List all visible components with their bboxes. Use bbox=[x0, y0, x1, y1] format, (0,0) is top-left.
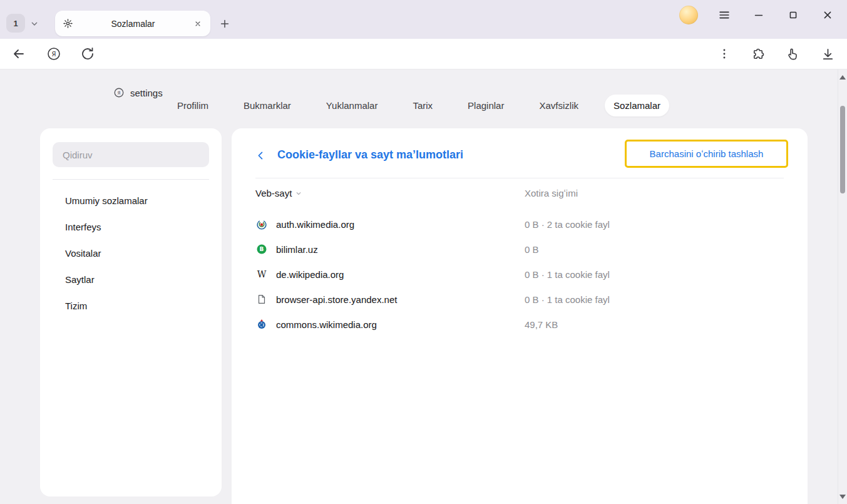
delete-all-label: Barchasini oʻchirib tashlash bbox=[650, 148, 764, 159]
column-storage: Xotira sigʻimi bbox=[525, 188, 578, 198]
column-site-label: Veb-sayt bbox=[255, 188, 292, 198]
nav-tab-profilim[interactable]: Profilim bbox=[168, 95, 217, 116]
gear-icon bbox=[63, 18, 73, 29]
sidebar-item[interactable]: Saytlar bbox=[40, 267, 222, 293]
site-name: bilimlar.uz bbox=[276, 244, 318, 255]
scroll-up-icon[interactable] bbox=[839, 75, 846, 80]
window-chrome: 1 Sozlamalar bbox=[0, 0, 847, 39]
site-row[interactable]: commons.wikimedia.org49,7 KB bbox=[255, 312, 784, 337]
tab-list-chevron-icon[interactable] bbox=[29, 19, 39, 29]
reload-icon[interactable] bbox=[80, 46, 96, 62]
profile-avatar[interactable] bbox=[679, 6, 698, 24]
navigation-toolbar: Я Я settings Sozlamalar bbox=[0, 39, 847, 69]
site-storage: 0 B · 1 ta cookie fayl bbox=[525, 269, 610, 280]
site-row[interactable]: Bbilimlar.uz0 B bbox=[255, 237, 784, 262]
kebab-menu-icon[interactable] bbox=[716, 46, 732, 62]
settings-sidebar: Umumiy sozlamalarInterfeysVositalarSaytl… bbox=[40, 128, 222, 496]
sidebar-item[interactable]: Vositalar bbox=[40, 240, 222, 267]
yandex-logo-icon[interactable]: Я bbox=[46, 46, 62, 62]
settings-page: ProfilimBukmarklarYuklanmalarTarixPlagin… bbox=[0, 69, 847, 504]
tab-close-icon[interactable] bbox=[193, 19, 203, 29]
commons-favicon-icon bbox=[255, 318, 268, 331]
site-row[interactable]: auth.wikimedia.org0 B · 2 ta cookie fayl bbox=[255, 212, 784, 237]
maximize-icon[interactable] bbox=[785, 7, 801, 23]
site-name: commons.wikimedia.org bbox=[276, 319, 377, 330]
address-favicon-icon: Я bbox=[113, 87, 125, 98]
extensions-puzzle-icon[interactable] bbox=[750, 46, 766, 62]
wikimedia-favicon-icon bbox=[255, 218, 268, 230]
site-storage: 0 B · 2 ta cookie fayl bbox=[525, 219, 610, 230]
svg-text:Я: Я bbox=[52, 51, 56, 58]
tab-title: Sozlamalar bbox=[73, 19, 193, 29]
panel-divider bbox=[255, 178, 784, 178]
cookies-panel: Cookie-fayllar va sayt ma’lumotlari Barc… bbox=[232, 128, 808, 504]
panel-title: Cookie-fayllar va sayt ma’lumotlari bbox=[277, 148, 463, 162]
minimize-icon[interactable] bbox=[751, 7, 767, 23]
document-favicon-icon bbox=[255, 293, 268, 306]
menu-icon[interactable] bbox=[716, 7, 732, 23]
site-list: auth.wikimedia.org0 B · 2 ta cookie fayl… bbox=[255, 212, 784, 337]
sidebar-item[interactable]: Tizim bbox=[40, 293, 222, 319]
nav-tab-tarix[interactable]: Tarix bbox=[404, 95, 441, 116]
new-tab-button[interactable] bbox=[217, 16, 233, 32]
tab-counter[interactable]: 1 bbox=[6, 14, 25, 33]
bilimlar-favicon-icon: B bbox=[255, 243, 268, 255]
site-storage: 0 B bbox=[525, 244, 539, 255]
site-storage: 0 B · 1 ta cookie fayl bbox=[525, 294, 610, 305]
address-value[interactable]: settings bbox=[130, 88, 163, 98]
settings-search-input[interactable] bbox=[53, 142, 209, 167]
site-row[interactable]: Wde.wikipedia.org0 B · 1 ta cookie fayl bbox=[255, 262, 784, 287]
window-close-icon[interactable] bbox=[819, 7, 836, 23]
sidebar-menu: Umumiy sozlamalarInterfeysVositalarSaytl… bbox=[40, 188, 222, 319]
scroll-down-icon[interactable] bbox=[839, 495, 846, 499]
scrollbar-thumb[interactable] bbox=[840, 106, 845, 193]
site-name: auth.wikimedia.org bbox=[276, 219, 354, 230]
site-name: browser-api.store.yandex.net bbox=[276, 294, 397, 305]
panel-back-icon[interactable] bbox=[254, 149, 267, 162]
svg-text:W: W bbox=[257, 269, 267, 279]
sidebar-item[interactable]: Interfeys bbox=[40, 214, 222, 240]
site-storage: 49,7 KB bbox=[525, 319, 558, 330]
nav-tab-bukmarklar[interactable]: Bukmarklar bbox=[235, 95, 300, 116]
page-scrollbar[interactable] bbox=[838, 69, 847, 504]
nav-tab-sozlamalar[interactable]: Sozlamalar bbox=[605, 95, 669, 116]
column-site[interactable]: Veb-sayt bbox=[255, 188, 302, 198]
delete-all-button[interactable]: Barchasini oʻchirib tashlash bbox=[625, 140, 788, 168]
tab-count-label: 1 bbox=[13, 19, 18, 28]
svg-text:Я: Я bbox=[118, 90, 121, 96]
nav-tab-plaginlar[interactable]: Plaginlar bbox=[459, 95, 513, 116]
site-name: de.wikipedia.org bbox=[276, 269, 344, 280]
sidebar-item[interactable]: Umumiy sozlamalar bbox=[40, 188, 222, 214]
back-icon[interactable] bbox=[11, 46, 27, 62]
gesture-hand-icon[interactable] bbox=[784, 46, 801, 62]
download-icon[interactable] bbox=[819, 46, 836, 62]
sidebar-divider bbox=[53, 179, 209, 180]
table-header: Veb-sayt Xotira sigʻimi bbox=[255, 188, 784, 202]
settings-nav: ProfilimBukmarklarYuklanmalarTarixPlagin… bbox=[0, 93, 838, 117]
nav-tab-xavfsizlik[interactable]: Xavfsizlik bbox=[530, 95, 587, 116]
site-row[interactable]: browser-api.store.yandex.net0 B · 1 ta c… bbox=[255, 287, 784, 312]
nav-tab-yuklanmalar[interactable]: Yuklanmalar bbox=[317, 95, 387, 116]
sort-chevron-icon[interactable] bbox=[295, 190, 302, 197]
svg-text:B: B bbox=[260, 246, 264, 252]
wikipedia-favicon-icon: W bbox=[255, 268, 268, 280]
browser-tab-settings[interactable]: Sozlamalar bbox=[55, 11, 210, 36]
